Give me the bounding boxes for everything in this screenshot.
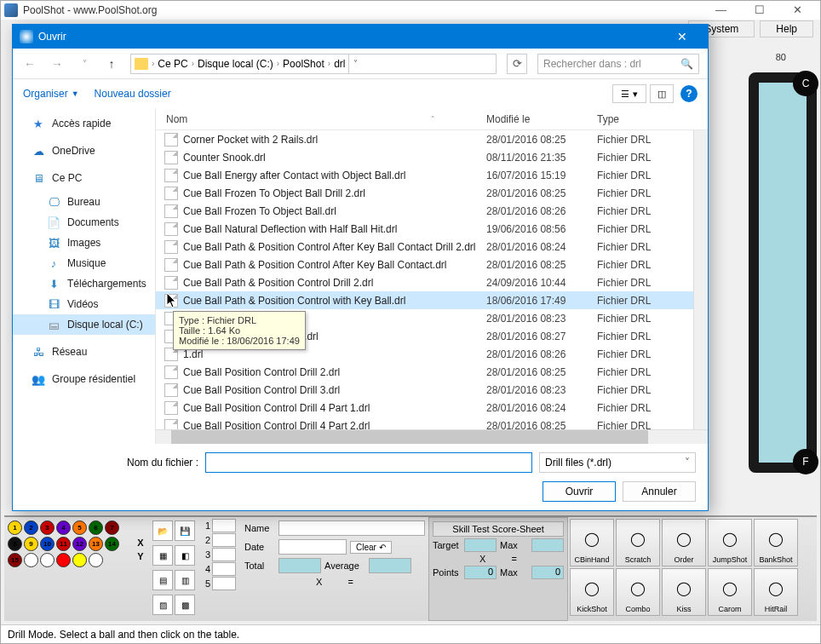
name-input[interactable] [278, 520, 425, 536]
tool-4[interactable]: ▥ [175, 570, 195, 590]
crumb-2[interactable]: PoolShot [283, 58, 324, 70]
file-row[interactable]: Cue Ball Path & Position Control After K… [156, 238, 708, 256]
nav-recent[interactable]: ˅ [76, 55, 93, 72]
ball-4[interactable]: 4 [56, 520, 71, 535]
shot-scratch[interactable]: ◯Scratch [616, 519, 660, 566]
nav-up[interactable]: ↑ [103, 55, 120, 72]
dialog-close-button[interactable]: ✕ [663, 25, 701, 49]
file-row[interactable]: Corner Pocket with 2 Rails.drl28/01/2016… [156, 130, 708, 148]
new-folder-button[interactable]: Nouveau dossier [95, 88, 171, 100]
ball-11[interactable]: 11 [56, 537, 71, 551]
file-row[interactable]: Cue Ball Path & Position Control After K… [156, 256, 708, 273]
crumb-0[interactable]: Ce PC [158, 58, 187, 70]
crumb-3[interactable]: drl [334, 58, 345, 70]
sidebar-music[interactable]: ♪Musique [13, 253, 155, 273]
shot-kickshot[interactable]: ◯KickShot [570, 568, 614, 616]
sidebar-documents[interactable]: 📄Documents [13, 212, 155, 233]
ball-13[interactable]: 13 [89, 537, 103, 551]
sidebar-this-pc[interactable]: 🖥Ce PC [13, 168, 155, 188]
tool-1[interactable]: ▦ [152, 545, 173, 566]
file-row[interactable]: Cue Ball Energy after Contact with Objec… [156, 166, 708, 184]
shot-cbinhand[interactable]: ◯CBinHand [570, 519, 614, 566]
cancel-button[interactable]: Annuler [623, 481, 696, 502]
ball-3[interactable]: 3 [40, 520, 55, 535]
col-modified[interactable]: Modifié le [486, 113, 597, 125]
ball-8[interactable]: 8 [8, 537, 22, 551]
sidebar-onedrive[interactable]: ☁OneDrive [13, 141, 155, 161]
ball-10[interactable]: 10 [40, 537, 55, 551]
file-row[interactable]: Cue Ball Frozen To Object Ball.drl28/01/… [156, 202, 708, 220]
shot-carom[interactable]: ◯Carom [708, 568, 752, 616]
ball-7[interactable]: 7 [105, 520, 119, 535]
sidebar-local-disk[interactable]: 🖴Disque local (C:) [13, 314, 155, 335]
refresh-button[interactable]: ⟳ [507, 54, 527, 74]
ball-15[interactable]: 15 [8, 553, 22, 567]
shot-jumpshot[interactable]: ◯JumpShot [708, 519, 752, 566]
ball-17[interactable] [40, 553, 55, 567]
file-row[interactable]: Cue Ball Frozen To Object Ball Drill 2.d… [156, 184, 708, 202]
shot-order[interactable]: ◯Order [662, 519, 706, 566]
num-box-2[interactable] [212, 533, 236, 547]
num-box-3[interactable] [212, 548, 236, 561]
ball-5[interactable]: 5 [72, 520, 87, 535]
pool-table[interactable]: C F [749, 72, 817, 473]
file-row[interactable]: Counter Snook.drl08/11/2016 21:35Fichier… [156, 148, 708, 166]
search-input[interactable]: Rechercher dans : drl 🔍 [537, 54, 699, 74]
tool-open[interactable]: 📂 [152, 520, 173, 541]
col-name[interactable]: Nom˄ [156, 113, 486, 125]
sidebar-homegroup[interactable]: 👥Groupe résidentiel [13, 369, 155, 389]
organize-menu[interactable]: Organiser ▼ [23, 88, 79, 100]
total-input[interactable] [278, 558, 321, 573]
help-button[interactable]: ? [680, 85, 698, 102]
ball-18[interactable] [56, 553, 71, 567]
file-row[interactable]: Cue Ball Position Control Drill 4 Part 2… [156, 417, 708, 429]
file-row[interactable]: Cue Ball Position Control Drill 4 Part 1… [156, 399, 708, 417]
shot-kiss[interactable]: ◯Kiss [662, 568, 706, 616]
shot-combo[interactable]: ◯Combo [616, 568, 660, 616]
tool-5[interactable]: ▨ [152, 595, 173, 615]
minimize-button[interactable]: — [702, 1, 740, 20]
tool-3[interactable]: ▤ [152, 570, 173, 590]
ball-1[interactable]: 1 [8, 520, 22, 535]
horizontal-scrollbar[interactable] [156, 429, 708, 444]
sidebar-images[interactable]: 🖼Images [13, 233, 155, 253]
ball-16[interactable] [24, 553, 38, 567]
filter-select[interactable]: Drill files (*.drl)˅ [539, 452, 696, 473]
close-button[interactable]: ✕ [778, 1, 817, 20]
average-input[interactable] [369, 558, 411, 573]
num-box-4[interactable] [212, 562, 236, 576]
preview-pane-button[interactable]: ◫ [650, 84, 674, 103]
date-input[interactable] [278, 539, 347, 555]
file-row[interactable]: Cue Ball Position Control Drill 2.drl28/… [156, 363, 708, 381]
open-button[interactable]: Ouvrir [543, 481, 616, 502]
ball-2[interactable]: 2 [24, 520, 38, 535]
shot-hitrail[interactable]: ◯HitRail [754, 568, 798, 616]
sidebar-videos[interactable]: 🎞Vidéos [13, 294, 155, 314]
file-row[interactable]: Cue Ball Position Control Drill 3.drl28/… [156, 381, 708, 399]
filename-input[interactable] [205, 452, 532, 473]
max-val[interactable] [531, 538, 564, 552]
sidebar-quick-access[interactable]: ★Accès rapide [13, 113, 155, 134]
nav-back[interactable]: ← [21, 55, 38, 72]
clear-button[interactable]: Clear ↶ [350, 541, 392, 554]
ball-19[interactable] [72, 553, 87, 567]
ball-12[interactable]: 12 [72, 537, 87, 551]
nav-forward[interactable]: → [49, 55, 66, 72]
shot-bankshot[interactable]: ◯BankShot [754, 519, 798, 566]
file-row[interactable]: Cue Ball Natural Deflection with Half Ba… [156, 220, 708, 238]
col-type[interactable]: Type [597, 113, 691, 125]
sidebar-desktop[interactable]: 🖵Bureau [13, 192, 155, 212]
breadcrumb[interactable]: › Ce PC› Disque local (C:)› PoolShot› dr… [130, 54, 497, 74]
num-box-5[interactable] [212, 577, 236, 590]
file-row[interactable]: Cue Ball Path & Position Control Drill 2… [156, 273, 708, 291]
target-val[interactable] [464, 538, 497, 552]
file-row[interactable]: Cue Ball Path & Position Control with Ke… [156, 291, 708, 309]
tool-2[interactable]: ◧ [175, 545, 195, 566]
sidebar-downloads[interactable]: ⬇Téléchargements [13, 273, 155, 294]
num-box-1[interactable] [212, 519, 236, 532]
view-mode-button[interactable]: ☰ ▾ [612, 84, 646, 103]
breadcrumb-dropdown[interactable]: ˅ [348, 55, 362, 73]
ball-20[interactable] [89, 553, 103, 567]
vertical-scrollbar[interactable] [693, 130, 708, 429]
maximize-button[interactable]: ☐ [740, 1, 778, 20]
